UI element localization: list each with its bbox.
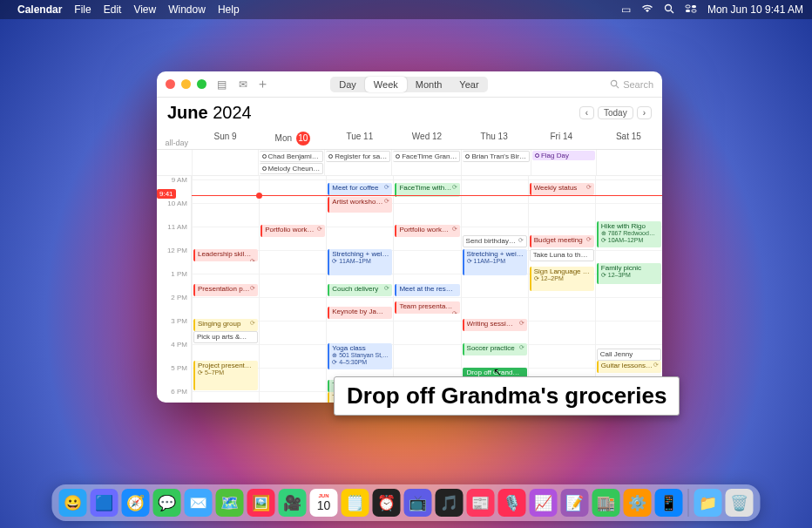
calendar-event[interactable]: Project presentations⟳ 5–7PM (193, 361, 258, 390)
day-column-6[interactable]: Hike with Rigo⊕ 7867 Redwood…⟳ 10AM–12PM… (595, 176, 662, 403)
dock-app-14[interactable]: 🎙️ (498, 489, 526, 517)
prev-week-button[interactable]: ‹ (579, 106, 594, 119)
day-header-4[interactable]: Thu 13 (461, 128, 528, 149)
calendar-event[interactable]: Stretching + weights⟳ 11AM–1PM (328, 249, 392, 275)
window-close-button[interactable] (166, 79, 175, 89)
dock-app-11[interactable]: 📺 (404, 489, 432, 517)
menu-view[interactable]: View (133, 3, 156, 16)
dock-app-17[interactable]: 🏬 (592, 489, 620, 517)
window-zoom-button[interactable] (197, 79, 206, 89)
dock-app-10[interactable]: ⏰ (373, 489, 401, 517)
dock-right-0[interactable]: 📁 (694, 489, 722, 517)
control-center-icon[interactable] (685, 3, 697, 16)
view-year[interactable]: Year (450, 77, 487, 92)
dock-app-0[interactable]: 😀 (59, 489, 87, 517)
day-header-1[interactable]: Mon 10 (259, 128, 326, 149)
calendar-event[interactable]: Meet at the res… (395, 284, 459, 296)
calendar-event[interactable]: Yoga class⊕ 501 Stanyan St,…⟳ 4–5:30PM (328, 343, 392, 369)
dock-right-1[interactable]: 🗑️ (726, 489, 754, 517)
day-column-3[interactable]: FaceTime with…⟳Portfolio work…⟳Meet at t… (393, 176, 460, 403)
calendar-event[interactable]: Writing sessi…⟳ (463, 319, 527, 331)
day-header-5[interactable]: Fri 14 (528, 128, 595, 149)
search-field[interactable]: Search (610, 79, 653, 90)
dock-app-15[interactable]: 📈 (530, 489, 558, 517)
calendar-event[interactable]: Take Luna to th… (530, 249, 594, 261)
menu-help[interactable]: Help (218, 3, 240, 16)
allday-event[interactable]: Register for sa… (326, 151, 390, 162)
dock-app-19[interactable]: 📱 (655, 489, 683, 517)
day-header-6[interactable]: Sat 15 (595, 128, 662, 149)
search-placeholder: Search (623, 79, 653, 90)
view-day[interactable]: Day (330, 77, 365, 92)
day-header-0[interactable]: Sun 9 (192, 128, 259, 149)
dock-app-13[interactable]: 📰 (467, 489, 495, 517)
allday-event[interactable]: Brian Tran's Bir… (463, 151, 529, 162)
next-week-button[interactable]: › (637, 106, 652, 119)
view-week[interactable]: Week (365, 77, 407, 92)
wifi-icon[interactable] (641, 3, 653, 16)
calendar-event[interactable]: Hike with Rigo⊕ 7867 Redwood…⟳ 10AM–12PM (597, 221, 661, 247)
dock-separator (688, 489, 689, 517)
calendar-event[interactable]: Artist worksho…⟳ (328, 197, 392, 213)
today-button[interactable]: Today (598, 106, 633, 119)
inbox-icon[interactable]: ✉ (239, 78, 247, 91)
allday-event[interactable]: FaceTime Gran… (393, 151, 460, 162)
window-minimize-button[interactable] (181, 79, 191, 89)
day-header-2[interactable]: Tue 11 (326, 128, 393, 149)
menubar-clock[interactable]: Mon Jun 10 9:41 AM (707, 3, 803, 16)
dock-app-4[interactable]: ✉️ (185, 489, 213, 517)
calendar-event[interactable]: Presentation p…⟳ (193, 284, 258, 296)
dock-app-7[interactable]: 🎥 (279, 489, 307, 517)
week-grid[interactable]: 9 AM10 AM11 AM12 PM1 PM2 PM3 PM4 PM5 PM6… (157, 176, 662, 403)
calendar-event[interactable]: Meet for coffee⟳ (328, 183, 392, 195)
day-column-0[interactable]: Leadership skil…⟳Presentation p…⟳Singing… (192, 176, 259, 403)
allday-event[interactable]: Chad Benjami… (260, 151, 324, 162)
day-column-4[interactable]: Send birthday…⟳Stretching + weights⟳ 11A… (461, 176, 528, 403)
dock-app-1[interactable]: 🟦 (91, 489, 118, 517)
svg-line-7 (616, 85, 619, 88)
calendar-event[interactable]: Portfolio work…⟳ (261, 225, 325, 237)
dock-app-9[interactable]: 🗒️ (342, 489, 369, 517)
calendar-event[interactable]: Budget meeting⟳ (530, 235, 594, 247)
dock-app-3[interactable]: 💬 (153, 489, 181, 517)
menu-window[interactable]: Window (168, 3, 206, 16)
calendar-event[interactable]: Team presenta…⟳ (395, 301, 459, 314)
calendar-event[interactable]: Leadership skil…⟳ (193, 249, 258, 261)
dock-app-5[interactable]: 🗺️ (216, 489, 244, 517)
calendar-event[interactable]: Portfolio work…⟳ (395, 225, 459, 237)
calendar-event[interactable]: Family picnic⟳ 12–3PM (597, 263, 661, 284)
allday-event[interactable]: Flag Day (532, 151, 596, 160)
day-column-1[interactable]: Portfolio work…⟳ (259, 176, 326, 403)
dock-app-8[interactable]: JUN10 (310, 489, 338, 517)
calendar-event[interactable]: Couch delivery⟳ (328, 284, 392, 296)
dock-app-6[interactable]: 🖼️ (247, 489, 275, 517)
app-menu[interactable]: Calendar (17, 3, 62, 16)
spotlight-icon[interactable] (664, 3, 674, 17)
dock-app-16[interactable]: 📝 (561, 489, 589, 517)
month-year-label: June 2024 (167, 103, 252, 123)
day-header-3[interactable]: Wed 12 (393, 128, 460, 149)
calendar-event[interactable]: Guitar lessons…⟳ (597, 361, 661, 373)
menu-file[interactable]: File (74, 3, 91, 16)
battery-icon[interactable]: ▭ (621, 3, 631, 16)
calendar-event[interactable]: Pick up arts &… (193, 331, 258, 343)
dock-app-18[interactable]: ⚙️ (624, 489, 652, 517)
calendars-toggle-icon[interactable]: ▤ (217, 78, 227, 91)
day-column-2[interactable]: Meet for coffee⟳Artist worksho…⟳Stretchi… (326, 176, 393, 403)
calendar-event[interactable]: Weekly status⟳ (530, 183, 594, 195)
allday-event[interactable]: Melody Cheun… (260, 163, 324, 174)
calendar-event[interactable]: Call Jenny (597, 349, 661, 361)
calendar-event[interactable]: Keynote by Ja… (328, 307, 392, 319)
add-event-button[interactable]: ＋ (256, 76, 269, 92)
view-month[interactable]: Month (407, 77, 451, 92)
calendar-event[interactable]: Sign Language Club⟳ 12–2PM (530, 267, 594, 291)
dock-app-2[interactable]: 🧭 (122, 489, 150, 517)
calendar-event[interactable]: Singing group⟳ (193, 319, 258, 331)
menu-edit[interactable]: Edit (104, 3, 122, 16)
day-column-5[interactable]: Weekly status⟳Budget meeting⟳Take Luna t… (528, 176, 595, 403)
allday-cell-1: Chad Benjami…Melody Cheun… (258, 150, 325, 175)
dock-app-12[interactable]: 🎵 (436, 489, 464, 517)
calendar-event[interactable]: Send birthday…⟳ (463, 235, 527, 247)
calendar-event[interactable]: Soccer practice⟳ (463, 343, 527, 355)
calendar-event[interactable]: Stretching + weights⟳ 11AM–1PM (463, 249, 527, 275)
